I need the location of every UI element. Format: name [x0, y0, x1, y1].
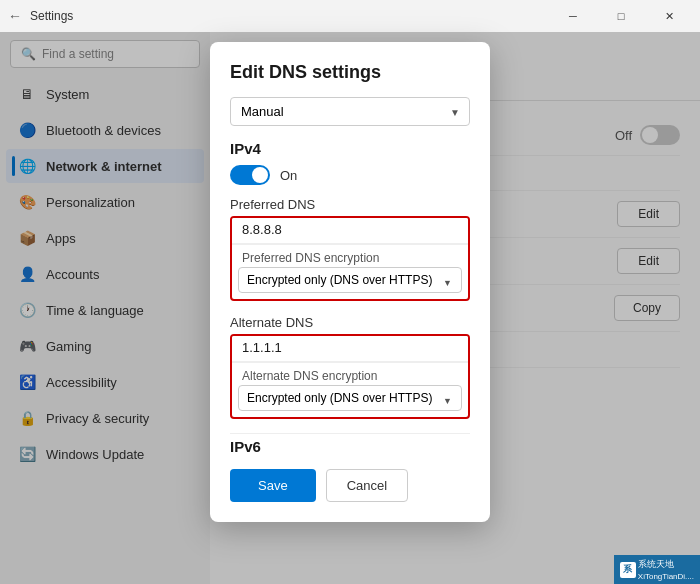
watermark-icon-text: 系 [623, 563, 632, 576]
back-icon[interactable]: ← [8, 8, 22, 24]
ipv6-section-title: IPv6 [230, 433, 470, 455]
preferred-dns-group: Preferred DNS encryption Encrypted only … [230, 216, 470, 301]
edit-dns-dialog: Edit DNS settings Manual Automatic (DHCP… [210, 42, 490, 522]
watermark: 系 系统天地XiTongTianDi.... [614, 555, 700, 584]
alternate-encrypt-dropdown-wrapper: Encrypted only (DNS over HTTPS) ▼ [232, 385, 468, 417]
ipv4-toggle-label: On [280, 168, 297, 183]
title-bar-controls: ─ □ ✕ [550, 0, 692, 32]
title-bar-left: ← Settings [8, 8, 73, 24]
dialog-overlay: Edit DNS settings Manual Automatic (DHCP… [0, 32, 700, 584]
ipv4-toggle[interactable] [230, 165, 270, 185]
ipv4-toggle-row: On [230, 165, 470, 185]
close-button[interactable]: ✕ [646, 0, 692, 32]
alternate-encrypt-dropdown[interactable]: Encrypted only (DNS over HTTPS) [238, 385, 462, 411]
preferred-encrypt-label: Preferred DNS encryption [232, 244, 468, 267]
preferred-dns-heading: Preferred DNS [230, 197, 470, 212]
maximize-button[interactable]: □ [598, 0, 644, 32]
watermark-text: 系统天地XiTongTianDi.... [638, 558, 694, 581]
dialog-title: Edit DNS settings [230, 62, 470, 83]
ipv4-section-title: IPv4 [230, 140, 470, 157]
cancel-button[interactable]: Cancel [326, 469, 408, 502]
window-title: Settings [30, 9, 73, 23]
title-bar: ← Settings ─ □ ✕ [0, 0, 700, 32]
preferred-encrypt-dropdown[interactable]: Encrypted only (DNS over HTTPS) [238, 267, 462, 293]
preferred-dns-input[interactable] [232, 218, 468, 243]
mode-dropdown[interactable]: Manual Automatic (DHCP) [230, 97, 470, 126]
alternate-encrypt-divider: Alternate DNS encryption Encrypted only … [232, 361, 468, 417]
preferred-encrypt-dropdown-wrapper: Encrypted only (DNS over HTTPS) ▼ [232, 267, 468, 299]
alternate-dns-group: Alternate DNS encryption Encrypted only … [230, 334, 470, 419]
mode-dropdown-wrapper: Manual Automatic (DHCP) ▼ [230, 97, 470, 126]
preferred-encrypt-divider: Preferred DNS encryption Encrypted only … [232, 243, 468, 299]
dialog-footer: Save Cancel [230, 469, 470, 502]
alternate-encrypt-label: Alternate DNS encryption [232, 362, 468, 385]
minimize-button[interactable]: ─ [550, 0, 596, 32]
alternate-dns-heading: Alternate DNS [230, 315, 470, 330]
watermark-icon: 系 [620, 562, 636, 578]
settings-window: ← Settings ─ □ ✕ 🔍 Find a setting 🖥 Syst… [0, 0, 700, 584]
alternate-dns-input[interactable] [232, 336, 468, 361]
save-button[interactable]: Save [230, 469, 316, 502]
